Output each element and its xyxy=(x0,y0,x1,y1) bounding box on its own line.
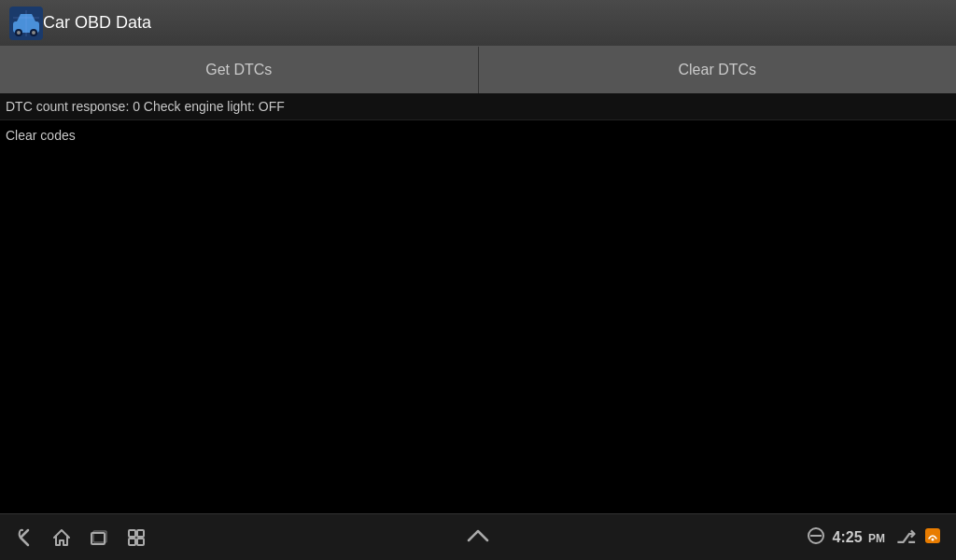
content-area: Clear codes xyxy=(0,120,956,511)
clear-dtcs-button[interactable]: Clear DTCs xyxy=(479,47,957,93)
svg-rect-11 xyxy=(129,530,135,537)
time-display: 4:25 PM xyxy=(833,529,885,546)
bluetooth-icon: ⎇ xyxy=(896,527,916,548)
status-line: DTC count response: 0 Check engine light… xyxy=(0,93,956,120)
app-title: Car OBD Data xyxy=(43,13,151,33)
no-signal-icon xyxy=(807,526,825,549)
svg-rect-14 xyxy=(137,539,144,545)
nav-left xyxy=(14,527,147,548)
svg-point-4 xyxy=(17,31,21,35)
get-dtcs-button[interactable]: Get DTCs xyxy=(0,47,479,93)
dtc-count-response: DTC count response: 0 Check engine light… xyxy=(6,99,285,114)
bottom-nav: 4:25 PM ⎇ xyxy=(0,513,956,560)
nav-center[interactable] xyxy=(465,525,491,550)
svg-rect-12 xyxy=(137,530,144,537)
nav-right: 4:25 PM ⎇ xyxy=(807,526,942,549)
time-value: 4:25 xyxy=(833,529,863,545)
button-row: Get DTCs Clear DTCs xyxy=(0,47,956,93)
back-nav-icon[interactable] xyxy=(14,527,35,548)
app-logo xyxy=(9,7,43,40)
title-bar: Car OBD Data xyxy=(0,0,956,47)
home-nav-icon[interactable] xyxy=(51,527,72,548)
clear-codes-text: Clear codes xyxy=(6,128,76,143)
svg-rect-13 xyxy=(129,539,135,545)
svg-point-18 xyxy=(932,538,935,540)
recents-nav-icon[interactable] xyxy=(89,527,109,548)
wifi-signal-icon xyxy=(923,526,942,549)
ampm-value: PM xyxy=(868,532,885,545)
grid-nav-icon[interactable] xyxy=(126,527,147,548)
svg-point-6 xyxy=(32,31,35,35)
